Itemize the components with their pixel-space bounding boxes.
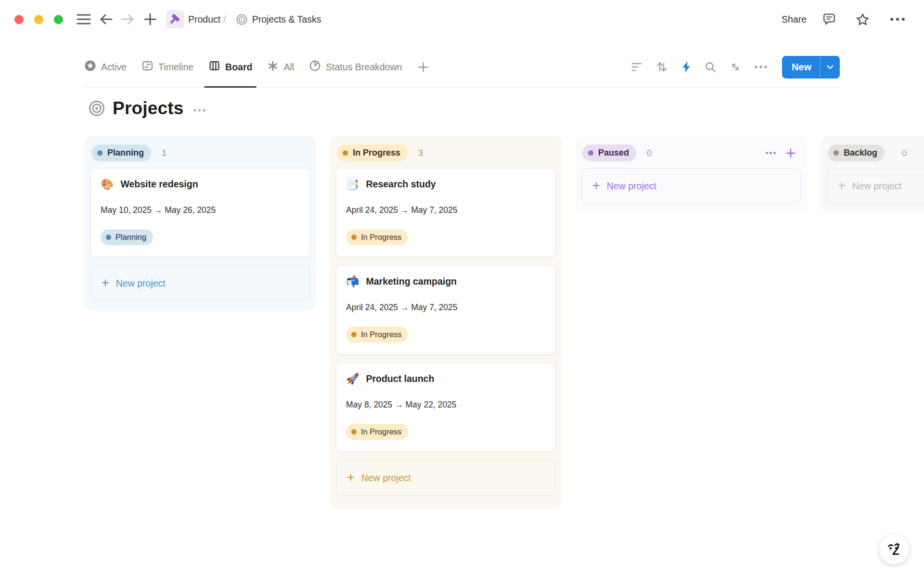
zoom-window-button[interactable] [54, 15, 63, 24]
rocket-emoji-icon: 🚀 [346, 374, 359, 384]
tab-label: All [283, 62, 294, 73]
asterisk-icon [267, 60, 279, 74]
expand-icon[interactable] [730, 61, 741, 73]
column-header[interactable]: Paused 0 [582, 144, 799, 161]
group-pill-planning[interactable]: Planning [91, 144, 151, 161]
project-card-website-redesign[interactable]: 🎨 Website redesign May 10, 2025 → May 26… [90, 168, 310, 257]
new-project-button[interactable]: + New project [827, 168, 924, 204]
comments-icon[interactable] [822, 13, 836, 26]
breadcrumb-separator: / [223, 14, 226, 25]
tab-active-view[interactable]: Active [84, 47, 127, 87]
breadcrumb-workspace[interactable]: Product [188, 14, 220, 25]
notion-ai-face-button[interactable] [879, 534, 910, 565]
status-dot [351, 332, 357, 337]
new-project-label: New project [607, 181, 656, 192]
tab-board-view[interactable]: Board [208, 47, 252, 87]
group-pill-paused[interactable]: Paused [582, 144, 636, 161]
project-card-research-study[interactable]: 📑 Research study April 24, 2025 → May 7,… [336, 168, 555, 257]
status-dot [351, 235, 357, 240]
breadcrumb-page[interactable]: Projects & Tasks [252, 14, 321, 25]
group-name: Planning [107, 148, 144, 158]
group-count: 0 [902, 148, 907, 158]
tab-label: Active [101, 62, 127, 73]
board-column-paused: Paused 0 + New project [575, 136, 807, 211]
status-label: In Progress [361, 427, 401, 436]
status-dot [343, 150, 348, 156]
ai-face-icon [885, 540, 903, 558]
sort-icon[interactable] [655, 61, 668, 73]
favorite-star-icon[interactable] [856, 13, 870, 26]
status-label: Planning [116, 233, 146, 242]
tab-label: Board [225, 62, 252, 73]
share-button[interactable]: Share [782, 14, 807, 25]
status-badge: In Progress [346, 327, 408, 342]
sidebar-menu-icon[interactable] [75, 10, 93, 28]
board-column-backlog: Backlog 0 + New project [821, 136, 924, 211]
view-tab-bar: Active Timeline Board All Status Breakdo… [84, 47, 840, 88]
card-title[interactable]: Marketing campaign [366, 276, 457, 287]
new-project-button[interactable]: + New project [90, 265, 310, 301]
more-options-icon[interactable] [889, 17, 906, 22]
column-header[interactable]: Backlog 0 [828, 144, 924, 161]
status-dot [106, 235, 111, 240]
group-pill-backlog[interactable]: Backlog [828, 144, 885, 161]
workspace-hammer-icon[interactable] [166, 10, 184, 28]
timeline-icon [141, 60, 154, 74]
minimize-window-button[interactable] [34, 15, 43, 24]
new-project-label: New project [116, 278, 166, 289]
project-card-product-launch[interactable]: 🚀 Product launch May 8, 2025 → May 22, 2… [336, 363, 555, 452]
forward-icon[interactable] [119, 10, 137, 28]
card-date-range: May 10, 2025 → May 26, 2025 [101, 205, 300, 215]
status-badge: In Progress [346, 424, 408, 440]
status-label: In Progress [361, 233, 401, 242]
status-dot [97, 150, 103, 156]
new-project-button[interactable]: + New project [581, 168, 801, 204]
card-title[interactable]: Product launch [366, 373, 434, 384]
add-view-icon[interactable] [418, 62, 429, 73]
search-icon[interactable] [705, 61, 717, 73]
status-badge: Planning [101, 229, 153, 245]
automation-lightning-icon[interactable] [681, 61, 692, 73]
bookmark-tabs-emoji-icon: 📑 [346, 179, 359, 190]
chevron-down-icon[interactable] [821, 56, 840, 79]
column-add-card-icon[interactable] [785, 148, 796, 158]
project-card-marketing-campaign[interactable]: 📬 Marketing campaign April 24, 2025 → Ma… [336, 265, 555, 355]
status-label: In Progress [361, 330, 401, 339]
back-icon[interactable] [97, 10, 115, 28]
column-header[interactable]: Planning 1 [91, 144, 308, 161]
tab-label: Timeline [158, 62, 193, 73]
status-dot [834, 150, 839, 156]
window-titlebar: Product / Projects & Tasks Share [0, 0, 924, 39]
group-pill-in-progress[interactable]: In Progress [337, 144, 408, 161]
new-button[interactable]: New [782, 56, 840, 79]
new-button-label[interactable]: New [782, 62, 820, 73]
traffic-lights [14, 15, 63, 24]
target-icon [236, 13, 248, 26]
column-more-icon[interactable] [765, 151, 776, 155]
mailbox-emoji-icon: 📬 [346, 276, 359, 287]
card-date-range: April 24, 2025 → May 7, 2025 [346, 302, 545, 313]
board-column-in-progress: In Progress 3 📑 Research study April 24,… [330, 136, 562, 509]
new-project-label: New project [852, 181, 902, 192]
card-date-range: April 24, 2025 → May 7, 2025 [346, 205, 545, 215]
view-options-icon[interactable] [754, 65, 768, 69]
tab-all-view[interactable]: All [267, 47, 294, 87]
new-project-button[interactable]: + New project [336, 460, 555, 496]
new-page-icon[interactable] [141, 10, 159, 28]
target-icon [88, 100, 105, 117]
page-header: Projects [88, 98, 206, 118]
tab-status-breakdown-view[interactable]: Status Breakdown [309, 47, 402, 87]
status-dot [588, 150, 593, 156]
column-header[interactable]: In Progress 3 [337, 144, 553, 161]
filter-icon[interactable] [631, 62, 642, 72]
board-icon [208, 60, 220, 74]
tab-timeline-view[interactable]: Timeline [141, 47, 193, 87]
page-title: Projects [113, 98, 184, 118]
close-window-button[interactable] [14, 15, 24, 24]
group-name: Paused [598, 148, 629, 158]
palette-emoji-icon: 🎨 [101, 179, 114, 190]
card-title[interactable]: Website redesign [120, 179, 198, 190]
star-circle-icon [84, 60, 96, 74]
card-title[interactable]: Research study [366, 179, 436, 190]
title-more-icon[interactable] [193, 108, 206, 112]
